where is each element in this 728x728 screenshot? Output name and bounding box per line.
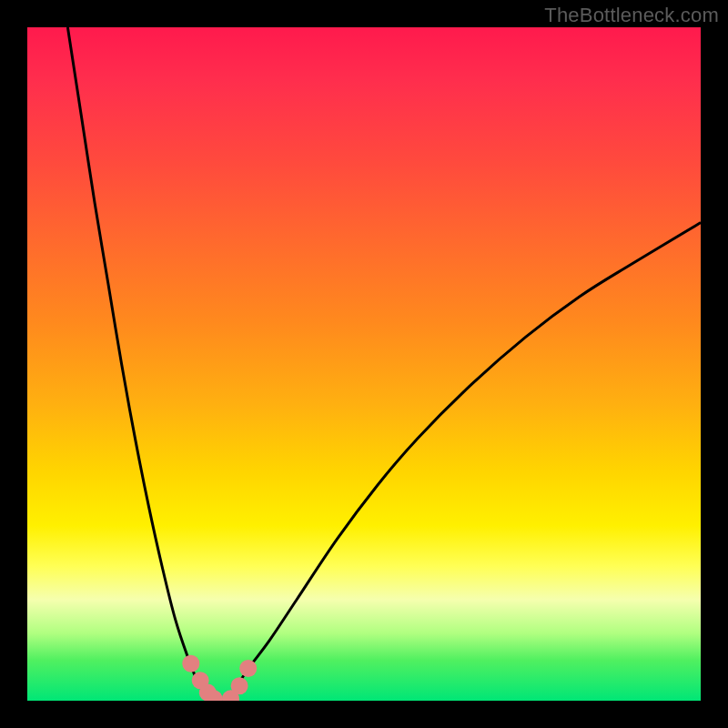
left-curve — [67, 27, 208, 697]
watermark-text: TheBottleneck.com — [544, 4, 719, 27]
chart-frame: TheBottleneck.com — [0, 0, 728, 728]
plot-area — [27, 27, 701, 701]
right-curve — [229, 223, 701, 698]
highlight-point — [239, 660, 257, 677]
highlight-point — [231, 677, 248, 694]
highlight-point — [182, 655, 199, 672]
highlight-markers — [182, 655, 257, 701]
curve-layer — [27, 27, 701, 701]
